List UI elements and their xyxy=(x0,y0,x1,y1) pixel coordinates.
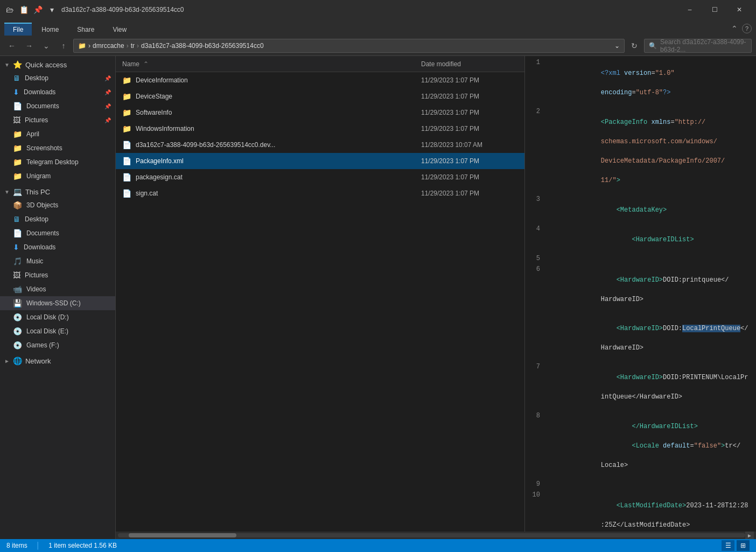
sidebar-network-header[interactable]: ► 🌐 Network xyxy=(0,354,115,367)
maximize-button[interactable]: ☐ xyxy=(702,0,727,19)
up-button[interactable]: ↑ xyxy=(56,38,71,53)
refresh-button[interactable]: ↻ xyxy=(627,38,642,53)
col-name-header[interactable]: Name ⌃ xyxy=(122,60,421,68)
line-number: 8 xyxy=(525,411,547,420)
code-content[interactable]: 1 <?xml version="1.0" encoding="utf-8"?>… xyxy=(525,56,756,532)
sidebar-item-documents-pc[interactable]: 📄 Documents xyxy=(0,226,115,240)
sidebar-item-downloads-pc[interactable]: ⬇ Downloads xyxy=(0,240,115,254)
file-item-software-info[interactable]: 📁 SoftwareInfo 11/29/2023 1:07 PM xyxy=(116,104,524,121)
window-controls: – ☐ ✕ xyxy=(677,0,752,19)
breadcrumb-dmrccache[interactable]: dmrccache xyxy=(93,42,124,50)
selected-info: 1 item selected 1.56 KB xyxy=(48,542,117,549)
file-date: 11/29/2023 1:07 PM xyxy=(421,109,518,116)
sidebar-item-3d-objects[interactable]: 📦 3D Objects xyxy=(0,198,115,212)
sidebar-label-pictures-pc: Pictures xyxy=(25,271,48,279)
back-button[interactable]: ← xyxy=(4,38,19,53)
view-controls: ☰ ⊞ xyxy=(722,540,750,551)
file-item-packagesign[interactable]: 📄 packagesign.cat 11/29/2023 1:07 PM xyxy=(116,169,524,185)
sidebar-item-pictures-qa[interactable]: 🖼 Pictures 📌 xyxy=(0,113,115,127)
folder-icon: 📁 xyxy=(122,124,131,133)
ribbon-help-icon[interactable]: ? xyxy=(742,24,752,33)
horizontal-scrollbar[interactable]: ► xyxy=(116,532,756,539)
title-bar-icons: 🗁 📋 📌 ▾ xyxy=(4,4,57,15)
file-item-device-info[interactable]: 📁 DeviceInformation 11/29/2023 1:07 PM xyxy=(116,72,524,88)
search-placeholder: Search d3a162c7-a388-4099-b63d-2... xyxy=(660,38,747,53)
sidebar-item-local-e[interactable]: 💿 Local Disk (E:) xyxy=(0,324,115,338)
sidebar-item-local-d[interactable]: 💿 Local Disk (D:) xyxy=(0,310,115,324)
tab-view[interactable]: View xyxy=(104,23,135,36)
xml-file-icon: 📄 xyxy=(122,157,131,165)
file-name: DeviceStage xyxy=(136,93,421,100)
file-list: Name ⌃ Date modified 📁 DeviceInformation… xyxy=(116,56,524,532)
close-button[interactable]: ✕ xyxy=(727,0,752,19)
scroll-track[interactable] xyxy=(118,533,745,537)
sidebar-quick-access-header[interactable]: ▼ ⭐ Quick access xyxy=(0,58,115,71)
col-date-header[interactable]: Date modified xyxy=(421,60,518,68)
videos-icon: 📹 xyxy=(13,285,22,294)
sidebar-label-pictures-qa: Pictures xyxy=(25,116,48,124)
line-content: <PackageInfo xmlns="http:// schemas.micr… xyxy=(547,107,756,195)
sidebar-item-videos[interactable]: 📹 Videos xyxy=(0,282,115,296)
pictures-icon: 🖼 xyxy=(13,116,20,124)
line-content: <?xml version="1.0" encoding="utf-8"?> xyxy=(547,58,756,107)
sidebar-item-downloads-qa[interactable]: ⬇ Downloads 📌 xyxy=(0,85,115,99)
drive-icon: 💾 xyxy=(13,299,22,308)
grid-view-button[interactable]: ⊞ xyxy=(737,540,750,551)
sidebar-item-unigram[interactable]: 📁 Unigram xyxy=(0,169,115,183)
file-item-windows-info[interactable]: 📁 WindowsInformation 11/29/2023 1:07 PM xyxy=(116,121,524,137)
line-content: <MetadataKey> xyxy=(547,195,756,225)
code-line-8: 8 </HardwareIDList> <Locale default="fal… xyxy=(525,411,756,480)
ribbon-collapse-icon[interactable]: ⌃ xyxy=(731,24,738,33)
tab-file[interactable]: File xyxy=(4,23,32,36)
address-bar: ← → ⌄ ↑ 📁 › dmrccache › tr › d3a162c7-a3… xyxy=(0,36,756,56)
sidebar-item-documents-qa[interactable]: 📄 Documents 📌 xyxy=(0,99,115,113)
dropdown-arrow-icon[interactable]: ▾ xyxy=(46,4,57,15)
file-name: WindowsInformation xyxy=(136,125,421,132)
sidebar-item-desktop-qa[interactable]: 🖥 Desktop 📌 xyxy=(0,71,115,85)
file-item-sign[interactable]: 📄 sign.cat 11/29/2023 1:07 PM xyxy=(116,185,524,201)
scroll-right-button[interactable]: ► xyxy=(745,532,754,539)
line-number: 9 xyxy=(525,480,547,488)
address-dropdown[interactable]: ⌄ xyxy=(614,42,620,50)
file-icon: 📄 xyxy=(122,141,131,149)
file-item-packageinfo-xml[interactable]: 📄 PackageInfo.xml 11/29/2023 1:07 PM xyxy=(116,153,524,169)
file-name: d3a162c7-a388-4099-b63d-265639514cc0.dev… xyxy=(136,141,421,149)
line-content: <HardwareID>DOID:PRINTENUM\LocalPr intQu… xyxy=(547,362,756,411)
breadcrumb-folder[interactable]: d3a162c7-a388-4099-b63d-265639514cc0 xyxy=(141,42,264,50)
code-line-10: 10 <LastModifiedDate>2023-11-28T12:28 :2… xyxy=(525,491,756,532)
sidebar-item-windows-ssd[interactable]: 💾 Windows-SSD (C:) xyxy=(0,296,115,310)
file-item-d3a-dev[interactable]: 📄 d3a162c7-a388-4099-b63d-265639514cc0.d… xyxy=(116,137,524,153)
sidebar-item-screenshots[interactable]: 📁 Screenshots xyxy=(0,141,115,155)
search-box[interactable]: 🔍 Search d3a162c7-a388-4099-b63d-2... xyxy=(644,39,752,53)
tab-share[interactable]: Share xyxy=(68,23,103,36)
sidebar-label-downloads-pc: Downloads xyxy=(24,243,55,251)
scroll-thumb[interactable] xyxy=(129,533,236,537)
documents-icon: 📄 xyxy=(13,229,22,237)
forward-button[interactable]: → xyxy=(22,38,37,53)
breadcrumb-tr[interactable]: tr xyxy=(131,42,135,50)
sidebar-item-music[interactable]: 🎵 Music xyxy=(0,254,115,268)
sidebar-item-telegram[interactable]: 📁 Telegram Desktop xyxy=(0,155,115,169)
address-path[interactable]: 📁 › dmrccache › tr › d3a162c7-a388-4099-… xyxy=(73,39,625,53)
sidebar-item-desktop-pc[interactable]: 🖥 Desktop xyxy=(0,212,115,226)
line-content xyxy=(547,254,756,264)
recent-button[interactable]: ⌄ xyxy=(39,38,54,53)
file-item-device-stage[interactable]: 📁 DeviceStage 11/29/2023 1:07 PM xyxy=(116,88,524,104)
tab-home[interactable]: Home xyxy=(33,23,67,36)
copy-icon: 📋 xyxy=(18,4,29,15)
sidebar-item-pictures-pc[interactable]: 🖼 Pictures xyxy=(0,268,115,282)
breadcrumb-folder-icon: 📁 xyxy=(78,42,86,50)
folder-icon: 📁 xyxy=(122,76,131,85)
search-icon: 🔍 xyxy=(649,42,657,50)
details-view-button[interactable]: ☰ xyxy=(722,540,734,551)
sidebar-this-pc-header[interactable]: ▼ 💻 This PC xyxy=(0,185,115,198)
ribbon-tabs: File Home Share View ⌃ ? xyxy=(0,19,756,36)
file-name: PackageInfo.xml xyxy=(136,157,421,165)
sidebar-item-april[interactable]: 📁 April xyxy=(0,127,115,141)
minimize-button[interactable]: – xyxy=(677,0,702,19)
network-label: Network xyxy=(25,357,51,365)
sidebar-item-games-f[interactable]: 💿 Games (F:) xyxy=(0,338,115,352)
window-title: d3a162c7-a388-4099-b63d-265639514cc0 xyxy=(61,6,673,13)
line-content: <HardwareID>DOID:printqueue</ HardwareID… xyxy=(547,265,756,362)
3d-icon: 📦 xyxy=(13,201,22,209)
